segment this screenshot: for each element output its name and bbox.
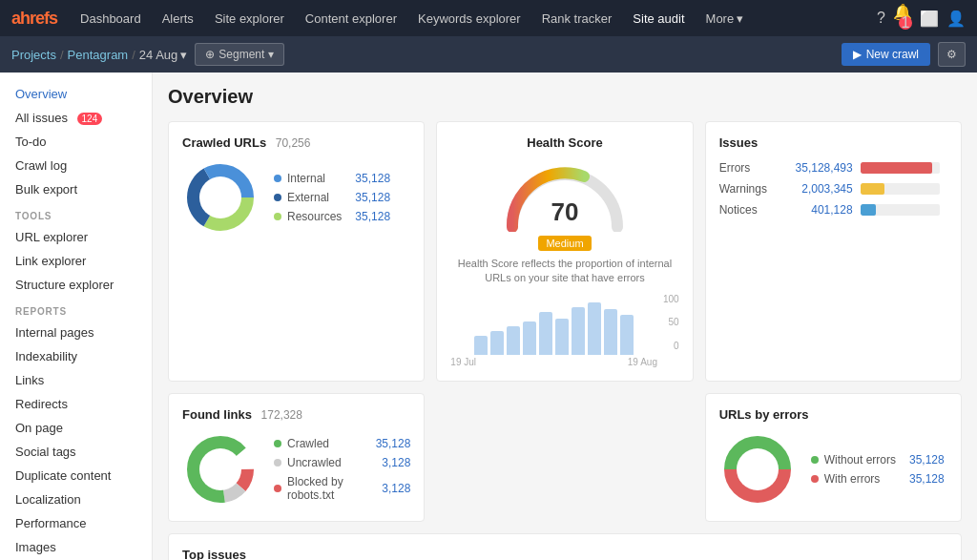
sidebar: Overview All issues 124 To-do Crawl log … [0, 73, 153, 560]
top-navigation: ahrefs Dashboard Alerts Site explorer Co… [0, 0, 977, 36]
bar-4 [523, 321, 536, 355]
new-crawl-button[interactable]: ▶ New crawl [842, 43, 930, 66]
health-gauge-svg: 70 [498, 156, 632, 232]
svg-point-3 [199, 176, 241, 218]
legend-item-external: External 35,128 [274, 191, 390, 204]
crawled-urls-donut: Internal 35,128 External 35,128 Resource… [182, 159, 410, 236]
legend-item-without-errors: Without errors 35,128 [811, 453, 945, 467]
nav-site-audit[interactable]: Site audit [625, 8, 692, 30]
sidebar-item-all-issues[interactable]: All issues 124 [0, 106, 152, 130]
bar-9 [604, 309, 617, 355]
y-axis: 100 50 0 [663, 294, 679, 351]
sidebar-item-overview[interactable]: Overview [0, 82, 152, 106]
breadcrumb-pentagram[interactable]: Pentagram [68, 48, 129, 62]
legend-item-crawled: Crawled 35,128 [274, 437, 410, 450]
sidebar-item-duplicate-content[interactable]: Duplicate content [0, 464, 152, 487]
breadcrumb: Projects / Pentagram / 24 Aug ▾ [11, 48, 187, 62]
crawled-urls-title: Crawled URLs [182, 135, 266, 150]
sub-navigation: Projects / Pentagram / 24 Aug ▾ ⊕ Segmen… [0, 36, 977, 73]
notifications-icon[interactable]: 🔔1 [893, 3, 912, 34]
sidebar-item-indexability[interactable]: Indexability [0, 344, 152, 368]
sidebar-item-on-page[interactable]: On page [0, 416, 152, 440]
page-title: Overview [168, 86, 962, 108]
urls-by-errors-chart [719, 431, 796, 508]
reports-section-label: REPORTS [0, 297, 152, 321]
sidebar-item-performance[interactable]: Performance [0, 511, 152, 535]
main-layout: Overview All issues 124 To-do Crawl log … [0, 73, 977, 560]
crawled-urls-chart [182, 159, 259, 236]
screen-icon[interactable]: ⬜ [920, 10, 939, 28]
sidebar-item-internal-pages[interactable]: Internal pages [0, 321, 152, 344]
logo: ahrefs [11, 9, 57, 29]
crawled-urls-total: 70,256 [276, 136, 311, 150]
nav-keywords-explorer[interactable]: Keywords explorer [410, 8, 529, 30]
all-issues-badge: 124 [77, 113, 103, 125]
nav-dashboard[interactable]: Dashboard [73, 8, 149, 30]
svg-point-10 [737, 448, 779, 490]
nav-alerts[interactable]: Alerts [155, 8, 201, 30]
breadcrumb-projects[interactable]: Projects [11, 48, 56, 62]
crawled-dot [274, 440, 281, 447]
issues-title: Issues [719, 135, 758, 150]
warnings-bar-outer [861, 183, 940, 195]
help-icon[interactable]: ? [877, 10, 885, 27]
issues-row-errors: Errors 35,128,493 [719, 161, 947, 175]
found-links-donut: Crawled 35,128 Uncrawled 3,128 Blocked b… [182, 431, 410, 508]
urls-by-errors-title: URLs by errors [719, 407, 809, 422]
blocked-dot [274, 485, 281, 492]
urls-by-errors-donut: Without errors 35,128 With errors 35,128 [719, 431, 947, 508]
external-dot [274, 194, 281, 201]
settings-button[interactable]: ⚙ [938, 42, 966, 67]
sidebar-item-links[interactable]: Links [0, 368, 152, 392]
sidebar-item-social-tags[interactable]: Social tags [0, 440, 152, 464]
sidebar-item-url-explorer[interactable]: URL explorer [0, 225, 152, 249]
issues-row-notices: Notices 401,128 [719, 203, 947, 217]
found-links-legend: Crawled 35,128 Uncrawled 3,128 Blocked b… [274, 437, 410, 502]
legend-item-blocked: Blocked by robots.txt 3,128 [274, 475, 410, 502]
bar-6 [555, 319, 569, 355]
main-content: Overview Crawled URLs 70,256 [153, 73, 977, 560]
segment-button[interactable]: ⊕ Segment ▾ [195, 43, 284, 66]
tools-section-label: TOOLS [0, 201, 152, 225]
top-icons: ? 🔔1 ⬜ 👤 [877, 3, 966, 34]
nav-content-explorer[interactable]: Content explorer [298, 8, 405, 30]
avatar[interactable]: 👤 [946, 10, 966, 28]
nav-more[interactable]: More ▾ [698, 8, 752, 30]
health-score-title: Health Score [527, 135, 602, 150]
legend-item-internal: Internal 35,128 [274, 172, 390, 185]
nav-site-explorer[interactable]: Site explorer [207, 8, 292, 30]
urls-by-errors-card: URLs by errors Without errors [705, 393, 962, 522]
sidebar-item-bulk-export[interactable]: Bulk export [0, 177, 152, 201]
urls-by-errors-legend: Without errors 35,128 With errors 35,128 [811, 453, 945, 486]
health-score-label: Medium [538, 236, 591, 251]
sidebar-item-crawl-log[interactable]: Crawl log [0, 154, 152, 177]
sidebar-item-structure-explorer[interactable]: Structure explorer [0, 273, 152, 297]
second-cards-grid: Found links 172,328 [168, 393, 962, 522]
notices-bar-outer [861, 204, 940, 216]
found-links-total: 172,328 [261, 408, 302, 422]
resources-dot [274, 213, 281, 220]
nav-rank-tracker[interactable]: Rank tracker [534, 8, 620, 30]
urls-errors-svg [719, 431, 796, 508]
top-issues-card: Top issues Issue Crawled Change Added Ne… [168, 533, 962, 560]
internal-dot [274, 175, 281, 182]
bar-labels: 19 Jul 19 Aug [450, 357, 657, 367]
sidebar-item-link-explorer[interactable]: Link explorer [0, 249, 152, 273]
notices-bar [861, 204, 877, 216]
found-links-card: Found links 172,328 [168, 393, 425, 522]
breadcrumb-date[interactable]: 24 Aug ▾ [139, 48, 188, 62]
sidebar-item-todo[interactable]: To-do [0, 130, 152, 154]
bar-7 [572, 307, 585, 355]
health-score-text: 70 [551, 197, 579, 226]
legend-item-resources: Resources 35,128 [274, 210, 390, 223]
warnings-bar [861, 183, 884, 195]
crawled-urls-svg [182, 159, 259, 236]
bar-5 [539, 312, 552, 355]
sidebar-item-localization[interactable]: Localization [0, 487, 152, 511]
sidebar-item-redirects[interactable]: Redirects [0, 392, 152, 416]
found-links-title: Found links [182, 407, 252, 422]
sidebar-item-images[interactable]: Images [0, 535, 152, 559]
uncrawled-dot [274, 459, 281, 467]
health-score-card: Health Score [436, 121, 693, 382]
errors-bar [861, 162, 932, 174]
